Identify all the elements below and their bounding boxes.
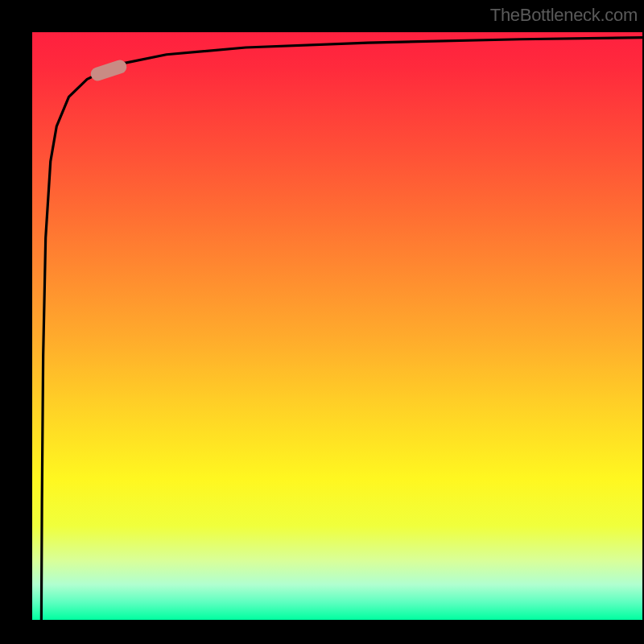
frame-border-left [0,0,32,644]
plot-area [32,32,642,620]
curve-line [41,38,642,620]
curve-layer [32,32,642,620]
chart-container: TheBottleneck.com [0,0,644,644]
attribution-text: TheBottleneck.com [490,5,638,26]
frame-border-bottom [0,620,644,644]
